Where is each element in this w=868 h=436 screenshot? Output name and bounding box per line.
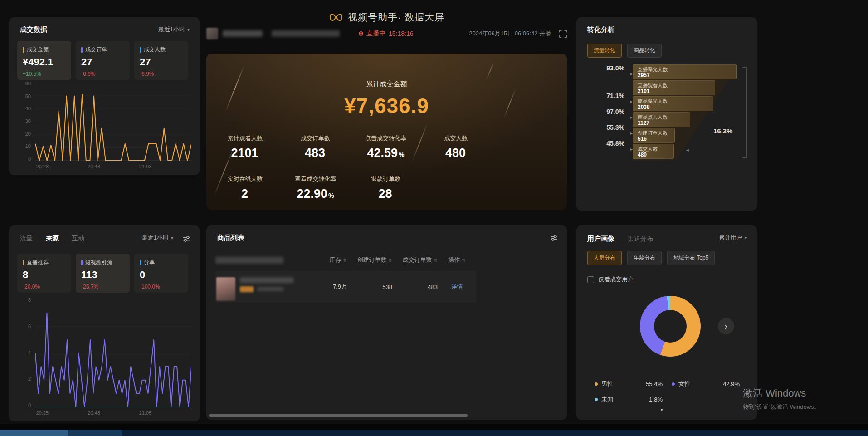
product-price-tag-redacted <box>240 286 254 292</box>
app-header: 视频号助手· 数据大屏 <box>206 11 567 24</box>
funnel-bar: 创建订单人数516 <box>633 128 675 143</box>
paid-orders-value: 483 <box>392 284 438 290</box>
accent-bar <box>81 260 83 265</box>
sales-data-panel: 成交数据 最近1小时 ▾ 成交金额 ¥492.1 +10.5% 成交订单 27 … <box>9 17 200 175</box>
tab-product-conversion[interactable]: 商品转化 <box>627 44 662 58</box>
gmv-amount: ¥7,636.9 <box>206 93 567 118</box>
arrow-left-icon: ◂ <box>686 147 689 153</box>
accent-bar <box>140 260 141 265</box>
next-page-button[interactable]: › <box>718 318 734 334</box>
tab-source[interactable]: 来源 <box>46 235 59 243</box>
taskbar-segment <box>68 430 122 436</box>
stat-card-buyers[interactable]: 成交人数 27 -6.9% <box>134 41 188 80</box>
column-action[interactable]: 操作⇅ <box>438 256 476 264</box>
paid-users-filter: 仅看成交用户 <box>587 275 634 284</box>
overall-conversion-rate: 16.2% <box>713 127 733 135</box>
stream-start-time: 2024年06月15日 06:06:42 开播 <box>469 29 551 38</box>
time-range-dropdown[interactable]: 最近1小时 ▾ <box>142 234 173 242</box>
detail-link[interactable]: 详情 <box>451 283 463 291</box>
funnel-step-rate: 71.1%▸ <box>583 92 624 99</box>
user-range-dropdown[interactable]: 累计用户 ▾ <box>719 234 747 242</box>
product-cell <box>215 273 313 301</box>
metric-label: 退款订单数 <box>351 175 421 183</box>
panel-title: 成交数据 <box>20 25 47 34</box>
metric-value: 2101 <box>210 146 280 160</box>
stat-card-amount[interactable]: 成交金额 ¥492.1 +10.5% <box>17 41 71 80</box>
metric-label: 点击成交转化率 <box>351 134 421 142</box>
column-product-redacted <box>215 257 313 264</box>
dashboard-screen: 视频号助手· 数据大屏 直播中 15:18:16 2024年06月15日 06:… <box>0 0 868 436</box>
checkbox-label: 仅看成交用户 <box>598 275 634 284</box>
stat-card-orders[interactable]: 成交订单 27 -6.9% <box>76 41 130 80</box>
stat-card-share[interactable]: 分享 0 -100.0% <box>134 254 188 293</box>
funnel-step-rate: 55.3%▸ <box>583 124 624 131</box>
sales-stat-cards: 成交金额 ¥492.1 +10.5% 成交订单 27 -6.9% 成交人数 27… <box>17 41 188 80</box>
accent-bar <box>140 47 141 53</box>
stat-card-live-recommend[interactable]: 直播推荐 8 -20.0% <box>17 254 71 293</box>
traffic-source-panel: 流量 来源 互动 最近1小时 ▾ 直播推荐 8 -20.0% 短视频引流 11 <box>9 225 200 421</box>
product-list-panel: 商品列表 库存⇅ 创建订单数⇅ 成交订单数⇅ 操作⇅ <box>206 225 567 420</box>
tab-user-profile[interactable]: 用户画像 <box>587 235 614 243</box>
accent-bar <box>81 47 83 53</box>
x-axis-labels: 20:2520:4521:05 <box>35 410 191 417</box>
panel-title: 转化分析 <box>587 25 614 34</box>
caret-down-icon: ▾ <box>745 235 747 240</box>
legend-item-unknown: 未知 1.8% <box>595 395 663 403</box>
tab-traffic-conversion[interactable]: 流量转化 <box>587 44 622 58</box>
live-elapsed-time: 15:18:16 <box>389 30 414 37</box>
tab-region-distribution[interactable]: 地域分布 Top5 <box>667 251 715 265</box>
live-status-label: 直播中 <box>366 29 385 38</box>
sales-trend-chart: 6050403020100 20:2320:4321:03 <box>15 81 193 171</box>
legend-dot <box>595 382 598 386</box>
divider <box>39 236 39 242</box>
accent-bar <box>23 47 24 53</box>
metric-label: 观看成交转化率 <box>280 175 351 183</box>
account-id-redacted <box>272 30 340 37</box>
filter-icon[interactable] <box>550 235 558 241</box>
x-axis-labels: 20:2320:4321:03 <box>35 164 191 171</box>
avatar <box>206 28 218 39</box>
live-info-bar: 直播中 15:18:16 2024年06月15日 06:06:42 开播 <box>206 27 567 40</box>
metric-value: 480 <box>421 146 491 160</box>
legend-item-male: 男性 55.4% <box>595 380 663 388</box>
sort-icon: ⇅ <box>343 258 347 263</box>
fullscreen-icon[interactable] <box>559 30 567 38</box>
live-status: 直播中 15:18:16 <box>359 29 414 38</box>
stat-card-short-video[interactable]: 短视频引流 113 -25.7% <box>76 254 130 293</box>
checkbox[interactable] <box>587 276 594 283</box>
funnel-bar: 直播曝光人数2957 <box>633 64 737 79</box>
column-stock[interactable]: 库存⇅ <box>313 256 347 264</box>
traffic-stat-cards: 直播推荐 8 -20.0% 短视频引流 113 -25.7% 分享 0 -100… <box>17 254 188 293</box>
tab-channel-distribution[interactable]: 渠道分布 <box>628 235 653 243</box>
panel-title: 商品列表 <box>217 234 244 242</box>
horizontal-scrollbar[interactable] <box>209 414 468 417</box>
column-created-orders[interactable]: 创建订单数⇅ <box>347 256 392 264</box>
column-paid-orders[interactable]: 成交订单数⇅ <box>392 256 438 264</box>
caret-down-icon: ▾ <box>187 27 190 32</box>
tab-gender-distribution[interactable]: 人群分布 <box>587 251 622 265</box>
gmv-label: 累计成交金额 <box>206 80 567 88</box>
time-range-dropdown[interactable]: 最近1小时 ▾ <box>158 25 190 34</box>
y-axis-labels: 6050403020100 <box>16 81 31 162</box>
legend-dot <box>595 398 598 401</box>
conversion-analysis-panel: 转化分析 流量转化 商品转化 71.1%▸ 97.0%▸ 55.3%▸ 45.8… <box>576 17 757 211</box>
funnel-step-rate: 97.0%▸ <box>583 108 624 115</box>
overall-rate-bracket <box>742 67 747 158</box>
metric-label: 成交人数 <box>421 134 491 142</box>
windows-activation-watermark: 激活 Windows 转到"设置"以激活 Windows。 <box>743 387 820 411</box>
funnel-bar: 成交人数480 <box>633 144 674 159</box>
product-thumbnail-redacted <box>216 277 235 301</box>
carousel-page-dot[interactable] <box>661 409 663 411</box>
metric-value: 42.59% <box>351 146 421 160</box>
product-table-header: 库存⇅ 创建订单数⇅ 成交订单数⇅ 操作⇅ <box>215 252 476 268</box>
tab-traffic[interactable]: 流量 <box>20 235 33 243</box>
filter-icon[interactable] <box>183 235 190 242</box>
metric-value: 28 <box>351 187 421 201</box>
conversion-tabs: 流量转化 商品转化 <box>587 44 662 58</box>
chevron-right-icon: › <box>725 321 728 332</box>
user-panel-tabs: 用户画像 渠道分布 <box>587 235 653 243</box>
live-dot-icon <box>359 31 363 36</box>
funnel-bar: 直播观看人数2101 <box>633 80 715 95</box>
tab-interaction[interactable]: 互动 <box>72 235 84 243</box>
tab-age-distribution[interactable]: 年龄分布 <box>627 251 662 265</box>
